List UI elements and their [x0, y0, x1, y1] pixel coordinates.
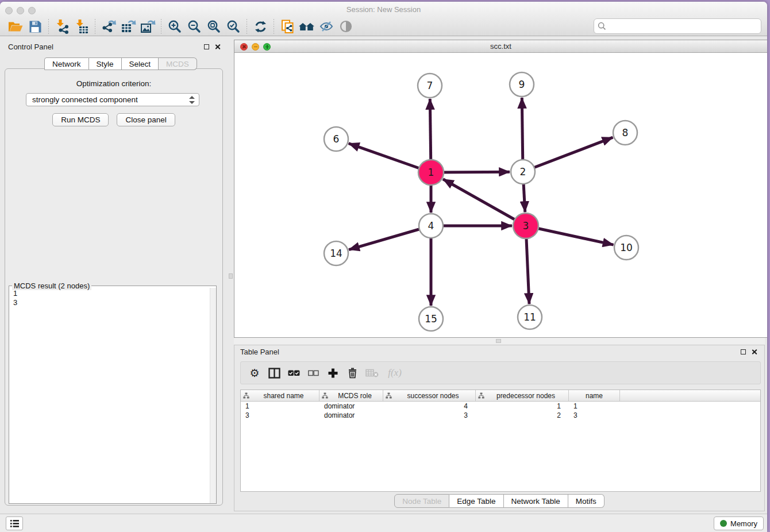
- network-window-titlebar[interactable]: scc.txt: [234, 40, 767, 53]
- table-row[interactable]: 1dominator411: [241, 402, 760, 411]
- column-header-predecessor-nodes[interactable]: predecessor nodes: [476, 390, 569, 401]
- tab-mcds[interactable]: MCDS: [159, 57, 197, 70]
- toolbar-separator: [95, 19, 95, 34]
- minimize-view-icon[interactable]: [252, 43, 259, 51]
- table-options-gear-icon[interactable]: ⚙: [247, 365, 263, 381]
- list-icon: [10, 519, 20, 528]
- mcds-panel: Optimization criterion: strongly connect…: [5, 68, 223, 506]
- network-canvas[interactable]: 1234678910111415: [234, 53, 767, 337]
- zoom-fit-icon[interactable]: [204, 18, 224, 35]
- column-header-name[interactable]: name: [569, 390, 620, 401]
- float-panel-icon[interactable]: [741, 349, 746, 354]
- table-cell[interactable]: 2: [476, 411, 569, 420]
- tab-edge-table[interactable]: Edge Table: [449, 494, 503, 508]
- save-session-icon[interactable]: [25, 18, 45, 35]
- graph-node-label: 3: [523, 220, 529, 232]
- tab-network[interactable]: Network: [44, 57, 89, 70]
- horizontal-split-divider[interactable]: [234, 338, 765, 345]
- unselect-all-icon[interactable]: [305, 365, 321, 381]
- divider-grip[interactable]: [229, 273, 233, 279]
- search-input[interactable]: [594, 18, 761, 34]
- float-panel-icon[interactable]: [204, 44, 209, 49]
- table-cell-filler: [620, 411, 760, 420]
- import-table-icon[interactable]: [72, 18, 91, 35]
- delete-icon[interactable]: [344, 365, 360, 381]
- column-header-shared-name[interactable]: shared name: [241, 390, 319, 401]
- close-panel-icon[interactable]: [751, 349, 757, 355]
- show-columns-icon[interactable]: [266, 365, 282, 381]
- close-view-icon[interactable]: [240, 43, 248, 51]
- table-cell[interactable]: 3: [383, 411, 476, 420]
- show-all-icon[interactable]: [336, 18, 356, 35]
- apply-layout-icon[interactable]: [251, 18, 270, 35]
- vertical-split-divider[interactable]: [228, 37, 234, 514]
- control-panel-tabs: Network Style Select MCDS: [44, 57, 197, 70]
- run-mcds-button[interactable]: Run MCDS: [52, 113, 109, 126]
- column-header-filler: [620, 390, 760, 401]
- result-scrollbar[interactable]: [210, 288, 216, 503]
- graph-edge-4-14[interactable]: [349, 226, 431, 250]
- first-neighbors-icon[interactable]: [297, 18, 317, 35]
- tab-style[interactable]: Style: [89, 57, 122, 70]
- graph-node-label: 9: [519, 79, 525, 90]
- delete-table-icon: [364, 365, 380, 381]
- graph-node-label: 14: [330, 248, 342, 259]
- table-panel-buttons: [741, 349, 757, 355]
- column-header-mcds-role[interactable]: MCDS role: [319, 390, 383, 401]
- memory-button[interactable]: Memory: [714, 516, 764, 530]
- mcds-result-box: MCDS result (2 nodes) 13: [9, 286, 217, 504]
- criterion-select[interactable]: strongly connected component: [26, 93, 199, 106]
- divider-grip[interactable]: [496, 339, 501, 343]
- tab-select[interactable]: Select: [122, 57, 159, 70]
- status-bar: Memory: [0, 514, 767, 532]
- table-cell[interactable]: 3: [241, 411, 319, 420]
- toolbar-separator: [274, 19, 274, 34]
- graph-node-label: 4: [428, 220, 434, 232]
- close-panel-button[interactable]: Close panel: [117, 113, 175, 126]
- table-cell[interactable]: dominator: [319, 402, 383, 411]
- close-panel-icon[interactable]: [214, 44, 221, 50]
- criterion-value: strongly connected component: [32, 95, 138, 104]
- tab-node-table[interactable]: Node Table: [394, 494, 449, 508]
- import-network-icon[interactable]: [52, 18, 72, 35]
- zoom-in-icon[interactable]: [165, 18, 184, 35]
- node-table-header: shared name MCDS role successor nodes pr…: [241, 390, 760, 402]
- control-panel: Control Panel Network Style Select MCDS …: [0, 37, 228, 514]
- select-all-icon[interactable]: [286, 365, 302, 381]
- tree-icon: [478, 392, 484, 399]
- export-network-icon[interactable]: [99, 18, 118, 35]
- table-toolbar: ⚙: [240, 361, 761, 384]
- tab-network-table[interactable]: Network Table: [504, 494, 568, 508]
- graph-edge-2-8[interactable]: [523, 137, 613, 172]
- function-builder-icon: f(x): [383, 365, 406, 381]
- table-cell[interactable]: dominator: [319, 411, 383, 420]
- task-history-button[interactable]: [6, 516, 23, 530]
- graph-edge-3-1[interactable]: [443, 179, 526, 226]
- table-row[interactable]: 3dominator323: [241, 411, 760, 420]
- window-title: Session: New Session: [0, 5, 767, 14]
- column-header-successor-nodes[interactable]: successor nodes: [383, 390, 476, 401]
- table-cell[interactable]: 3: [569, 411, 620, 420]
- hide-selected-icon[interactable]: [317, 18, 336, 35]
- table-cell[interactable]: 1: [241, 402, 319, 411]
- memory-status-icon: [720, 520, 727, 527]
- table-cell[interactable]: 1: [476, 402, 569, 411]
- table-cell[interactable]: 1: [569, 402, 620, 411]
- graph-node-label: 10: [620, 242, 633, 253]
- maximize-view-icon[interactable]: [263, 43, 271, 51]
- toolbar-separator: [247, 19, 247, 34]
- control-panel-buttons: [204, 44, 221, 50]
- window-chrome: Session: New Session: [0, 2, 767, 36]
- export-image-icon[interactable]: [138, 18, 157, 35]
- clone-network-icon[interactable]: [278, 18, 297, 35]
- zoom-selected-icon[interactable]: [224, 18, 243, 35]
- open-session-icon[interactable]: [6, 18, 25, 35]
- export-table-icon[interactable]: [118, 18, 138, 35]
- tree-icon: [322, 392, 328, 399]
- add-icon[interactable]: [325, 365, 341, 381]
- zoom-out-icon[interactable]: [184, 18, 204, 35]
- tab-motifs[interactable]: Motifs: [568, 494, 605, 508]
- graph-node-label: 8: [622, 127, 629, 138]
- graph-edge-3-10[interactable]: [526, 226, 614, 245]
- table-cell[interactable]: 4: [383, 402, 476, 411]
